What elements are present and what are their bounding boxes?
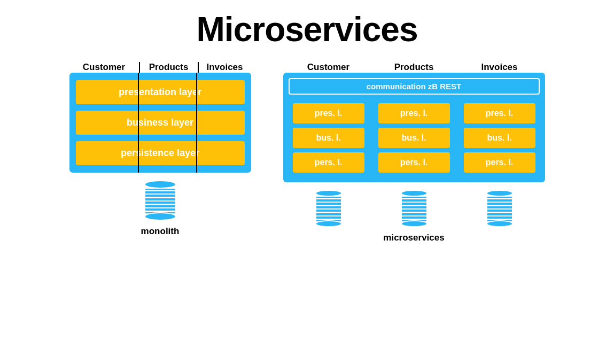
db-stripe (145, 207, 175, 209)
db-body (315, 197, 342, 221)
db-stripe (402, 198, 426, 199)
db-stripe (316, 202, 341, 203)
db-ellipse-top (401, 190, 428, 197)
db-ellipse-bottom (315, 220, 342, 227)
ms-header-customer: Customer (289, 62, 369, 73)
db-stripe (487, 202, 512, 203)
ms-products-pers: pers. l. (378, 152, 450, 173)
db-stripe (145, 197, 175, 198)
ms-db-customer (289, 190, 369, 227)
db-stripe (487, 208, 512, 210)
db-ellipse-bottom (144, 212, 176, 221)
db-stripe (316, 215, 341, 217)
microservices-label: microservices (383, 233, 444, 243)
monolith-header-customer: Customer (69, 62, 139, 73)
ms-db-invoices (460, 190, 540, 227)
db-stripe (487, 198, 512, 199)
ms-products-pres: pres. l. (378, 103, 450, 123)
ms-customer-pers: pers. l. (293, 152, 364, 173)
db-stripe (402, 202, 426, 203)
ms-invoices-pers: pers. l. (464, 152, 535, 173)
ms-invoices-pres: pres. l. (464, 103, 535, 123)
db-ellipse-top (486, 190, 513, 197)
ms-comm-bar: communication zB REST (289, 78, 540, 95)
db-stripe (145, 193, 175, 195)
monolith-header: Customer Products Invoices (69, 62, 251, 73)
db-stripe (145, 204, 175, 205)
monolith-header-products: Products (139, 62, 198, 73)
db-stripe (316, 198, 341, 199)
db-stripe (487, 215, 512, 217)
page-title: Microservices (197, 10, 418, 49)
persistence-layer-block: persistence layer (76, 141, 245, 165)
ms-databases-row (289, 190, 540, 227)
ms-customer-pres: pres. l. (293, 103, 364, 123)
ms-header: Customer Products Invoices (289, 62, 540, 73)
monolith-box: presentation layer business layer persis… (69, 73, 251, 173)
db-stripe (316, 208, 341, 210)
db-stripe (487, 212, 512, 213)
ms-service-invoices: pres. l. bus. l. pers. l. (460, 99, 540, 177)
ms-service-customer: pres. l. bus. l. pers. l. (289, 99, 369, 177)
monolith-header-invoices: Invoices (198, 62, 251, 73)
ms-customer-bus: bus. l. (293, 128, 364, 148)
ms-db-products (374, 190, 454, 227)
db-cylinder-products (401, 190, 428, 227)
db-ellipse-top (144, 180, 176, 189)
db-body (144, 189, 176, 213)
db-stripe (487, 205, 512, 206)
monolith-database (144, 180, 176, 221)
ms-invoices-bus: bus. l. (464, 128, 535, 148)
ms-products-bus: bus. l. (378, 128, 450, 148)
ms-outer-box: communication zB REST pres. l. bus. l. p… (283, 73, 545, 182)
db-stripe (145, 200, 175, 202)
monolith-label: monolith (141, 226, 180, 237)
db-ellipse-top (315, 190, 342, 197)
microservices-section: Customer Products Invoices communication… (283, 62, 545, 243)
ms-services-row: pres. l. bus. l. pers. l. pres. l. bus. … (289, 99, 540, 177)
monolith-section: Customer Products Invoices presentation … (69, 62, 251, 237)
db-stripe (402, 205, 426, 206)
db-ellipse-bottom (401, 220, 428, 227)
db-body (486, 197, 513, 221)
db-stripe (316, 212, 341, 213)
db-cylinder (144, 180, 176, 221)
db-stripe (402, 215, 426, 217)
db-stripe (145, 190, 175, 191)
ms-service-products: pres. l. bus. l. pers. l. (374, 99, 454, 177)
presentation-layer-block: presentation layer (76, 80, 245, 104)
db-stripe (402, 208, 426, 210)
db-stripe (402, 212, 426, 213)
db-cylinder-invoices (486, 190, 513, 227)
db-ellipse-bottom (486, 220, 513, 227)
ms-header-products: Products (374, 62, 454, 73)
db-cylinder-customer (315, 190, 342, 227)
db-stripe (316, 205, 341, 206)
business-layer-block: business layer (76, 111, 245, 135)
diagrams-container: Customer Products Invoices presentation … (0, 62, 614, 243)
db-body (401, 197, 428, 221)
ms-header-invoices: Invoices (460, 62, 540, 73)
